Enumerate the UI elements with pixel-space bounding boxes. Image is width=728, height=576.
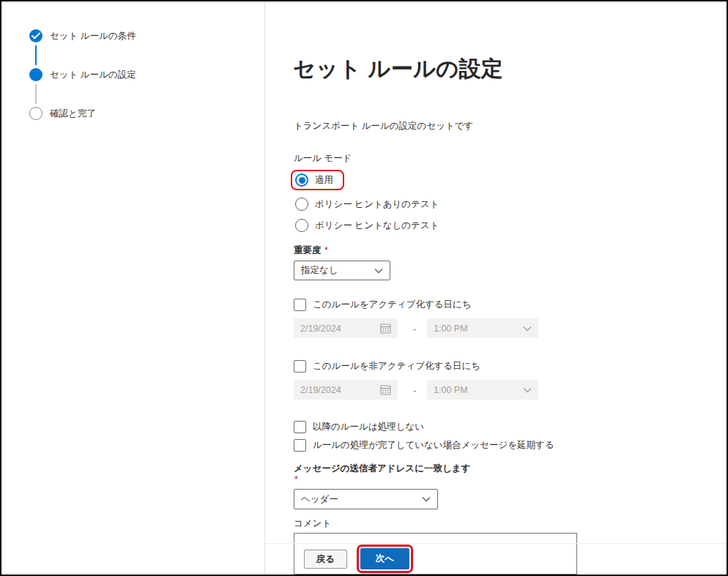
checkbox-unchecked-icon[interactable]: [294, 299, 306, 311]
activate-date-value: 2/19/2024: [300, 323, 341, 334]
activate-time-select: 1:00 PM: [427, 318, 538, 338]
sidebar-divider: [264, 1, 265, 575]
step-conditions[interactable]: セット ルールの条件: [29, 29, 136, 42]
radio-label: ポリシー ヒントなしのテスト: [315, 220, 439, 232]
radio-unselected-icon: [295, 219, 308, 232]
comment-label: コメント: [294, 517, 331, 530]
radio-label: 適用: [315, 174, 333, 187]
deactivate-date-checkbox-row[interactable]: このルールを非アクティブ化する日にち: [294, 360, 480, 373]
activate-date-input: 2/19/2024: [294, 318, 398, 338]
next-button-highlight: 次へ: [357, 545, 413, 573]
step-review[interactable]: 確認と完了: [29, 107, 96, 120]
next-button[interactable]: 次へ: [360, 548, 409, 569]
deactivate-date-value: 2/19/2024: [300, 385, 341, 395]
rule-mode-option-test-without-tips[interactable]: ポリシー ヒントなしのテスト: [295, 219, 439, 232]
radio-selected-icon: [295, 173, 308, 187]
required-asterisk: *: [294, 474, 298, 485]
rule-mode-option-test-with-tips[interactable]: ポリシー ヒントありのテスト: [295, 198, 439, 211]
radio-label: ポリシー ヒントありのテスト: [315, 198, 439, 211]
deactivate-date-label: このルールを非アクティブ化する日にち: [313, 360, 480, 373]
step-label: セット ルールの設定: [50, 69, 136, 81]
chevron-down-icon: [374, 268, 383, 274]
deactivate-date-input: 2/19/2024: [294, 380, 398, 400]
checkbox-unchecked-icon[interactable]: [294, 360, 306, 373]
severity-label-row: 重要度 *: [294, 243, 328, 257]
required-asterisk: *: [324, 245, 328, 255]
page-subtitle: トランスポート ルールの設定のセットです: [294, 120, 473, 132]
step-connector: [35, 84, 37, 104]
rule-mode-option-apply-highlight: 適用: [291, 170, 344, 190]
severity-label: 重要度: [294, 245, 322, 255]
sender-match-select-value: ヘッダー: [301, 493, 338, 506]
severity-select[interactable]: 指定なし: [294, 261, 390, 280]
date-time-separator: -: [413, 385, 416, 396]
step-connector: [35, 45, 37, 65]
checkbox-unchecked-icon[interactable]: [294, 421, 306, 433]
chevron-down-icon: [422, 496, 431, 502]
defer-message-label: ルールの処理が完了していない場合メッセージを延期する: [313, 439, 554, 452]
rule-mode-label: ルール モード: [294, 152, 352, 165]
activate-date-label: このルールをアクティブ化する日にち: [313, 299, 472, 311]
date-time-separator: -: [413, 323, 416, 334]
chevron-down-icon: [523, 387, 532, 393]
sender-match-select[interactable]: ヘッダー: [294, 489, 438, 509]
deactivate-time-value: 1:00 PM: [434, 385, 468, 395]
activate-time-value: 1:00 PM: [434, 323, 468, 334]
sender-match-label: メッセージの送信者アドレスに一致します: [294, 463, 470, 475]
stop-processing-label: 以降のルールは処理しない: [313, 421, 424, 433]
step-settings[interactable]: セット ルールの設定: [29, 68, 136, 81]
calendar-icon: [380, 384, 391, 395]
back-button[interactable]: 戻る: [304, 550, 347, 569]
step-current-dot-icon: [29, 68, 42, 81]
wizard-page: セット ルールの条件 セット ルールの設定 確認と完了 セット ルールの設定 ト…: [0, 0, 728, 576]
page-title: セット ルールの設定: [293, 54, 504, 84]
defer-message-checkbox-row[interactable]: ルールの処理が完了していない場合メッセージを延期する: [294, 439, 554, 452]
chevron-down-icon: [523, 326, 532, 332]
step-upcoming-circle-icon: [29, 107, 42, 120]
step-label: セット ルールの条件: [50, 30, 136, 42]
calendar-icon: [380, 323, 391, 334]
severity-select-value: 指定なし: [301, 264, 338, 277]
deactivate-time-select: 1:00 PM: [427, 380, 538, 400]
footer-divider: [265, 543, 727, 544]
activate-date-checkbox-row[interactable]: このルールをアクティブ化する日にち: [294, 299, 472, 311]
stop-processing-checkbox-row[interactable]: 以降のルールは処理しない: [294, 421, 424, 433]
step-label: 確認と完了: [50, 108, 96, 120]
radio-unselected-icon: [295, 198, 308, 211]
rule-mode-option-apply[interactable]: 適用: [295, 173, 333, 187]
checkbox-unchecked-icon[interactable]: [294, 439, 306, 452]
step-completed-check-icon: [29, 29, 42, 42]
